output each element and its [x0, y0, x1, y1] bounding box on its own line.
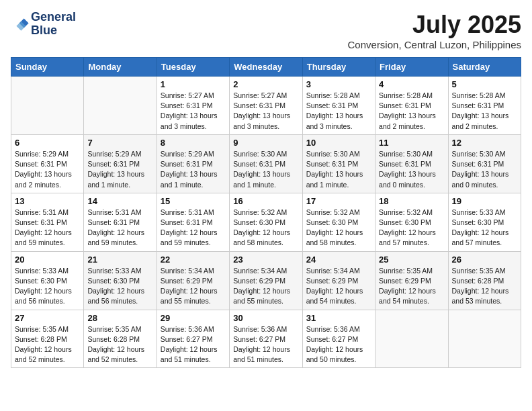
table-row: 1Sunrise: 5:27 AMSunset: 6:31 PMDaylight… — [157, 77, 229, 135]
table-row: 16Sunrise: 5:32 AMSunset: 6:30 PMDayligh… — [230, 193, 302, 251]
day-info: Sunrise: 5:36 AMSunset: 6:27 PMDaylight:… — [161, 324, 226, 365]
day-number: 3 — [306, 79, 371, 89]
day-info: Sunrise: 5:31 AMSunset: 6:31 PMDaylight:… — [15, 208, 80, 248]
day-info: Sunrise: 5:33 AMSunset: 6:30 PMDaylight:… — [15, 266, 80, 307]
month-year: July 2025 — [348, 11, 521, 39]
table-row: 30Sunrise: 5:36 AMSunset: 6:27 PMDayligh… — [230, 310, 302, 368]
day-info: Sunrise: 5:30 AMSunset: 6:31 PMDaylight:… — [233, 149, 298, 190]
day-info: Sunrise: 5:30 AMSunset: 6:31 PMDaylight:… — [452, 149, 517, 190]
calendar-week-1: 1Sunrise: 5:27 AMSunset: 6:31 PMDaylight… — [11, 77, 521, 135]
day-info: Sunrise: 5:35 AMSunset: 6:29 PMDaylight:… — [379, 266, 444, 307]
day-number: 27 — [15, 313, 80, 323]
table-row: 12Sunrise: 5:30 AMSunset: 6:31 PMDayligh… — [448, 134, 521, 193]
day-number: 31 — [306, 313, 371, 323]
day-info: Sunrise: 5:33 AMSunset: 6:30 PMDaylight:… — [452, 208, 517, 248]
day-number: 23 — [233, 255, 298, 265]
day-number: 20 — [15, 255, 80, 265]
day-number: 11 — [379, 138, 444, 148]
table-row: 11Sunrise: 5:30 AMSunset: 6:31 PMDayligh… — [375, 134, 448, 193]
table-row — [375, 310, 448, 368]
day-number: 5 — [452, 79, 517, 89]
logo-icon — [11, 15, 30, 34]
col-monday: Monday — [84, 58, 157, 77]
day-info: Sunrise: 5:32 AMSunset: 6:30 PMDaylight:… — [306, 208, 371, 248]
day-number: 6 — [15, 138, 80, 148]
day-info: Sunrise: 5:29 AMSunset: 6:31 PMDaylight:… — [161, 149, 226, 190]
col-saturday: Saturday — [448, 58, 521, 77]
day-info: Sunrise: 5:34 AMSunset: 6:29 PMDaylight:… — [233, 266, 298, 307]
table-row: 22Sunrise: 5:34 AMSunset: 6:29 PMDayligh… — [157, 251, 229, 310]
logo-text: General Blue — [31, 11, 76, 38]
day-number: 12 — [452, 138, 517, 148]
day-info: Sunrise: 5:34 AMSunset: 6:29 PMDaylight:… — [161, 266, 226, 307]
table-row: 10Sunrise: 5:30 AMSunset: 6:31 PMDayligh… — [302, 134, 375, 193]
day-number: 25 — [379, 255, 444, 265]
page-header: General Blue July 2025 Conversion, Centr… — [11, 11, 521, 50]
table-row: 3Sunrise: 5:28 AMSunset: 6:31 PMDaylight… — [302, 77, 375, 135]
day-number: 19 — [452, 196, 517, 206]
day-number: 17 — [306, 196, 371, 206]
table-row — [448, 310, 521, 368]
calendar-header-row: Sunday Monday Tuesday Wednesday Thursday… — [11, 58, 521, 77]
day-number: 24 — [306, 255, 371, 265]
day-number: 22 — [161, 255, 226, 265]
calendar-week-3: 13Sunrise: 5:31 AMSunset: 6:31 PMDayligh… — [11, 193, 521, 251]
day-info: Sunrise: 5:35 AMSunset: 6:28 PMDaylight:… — [15, 324, 80, 365]
logo-line1: General — [31, 11, 76, 24]
day-number: 7 — [87, 138, 152, 148]
day-number: 28 — [87, 313, 152, 323]
day-info: Sunrise: 5:32 AMSunset: 6:30 PMDaylight:… — [379, 208, 444, 248]
table-row: 24Sunrise: 5:34 AMSunset: 6:29 PMDayligh… — [302, 251, 375, 310]
day-number: 21 — [87, 255, 152, 265]
table-row: 2Sunrise: 5:27 AMSunset: 6:31 PMDaylight… — [230, 77, 302, 135]
day-info: Sunrise: 5:30 AMSunset: 6:31 PMDaylight:… — [379, 149, 444, 190]
day-number: 10 — [306, 138, 371, 148]
day-info: Sunrise: 5:36 AMSunset: 6:27 PMDaylight:… — [306, 324, 371, 365]
day-info: Sunrise: 5:28 AMSunset: 6:31 PMDaylight:… — [379, 91, 444, 132]
day-info: Sunrise: 5:29 AMSunset: 6:31 PMDaylight:… — [87, 149, 152, 190]
day-number: 30 — [233, 313, 298, 323]
day-number: 8 — [161, 138, 226, 148]
day-number: 13 — [15, 196, 80, 206]
logo: General Blue — [11, 11, 76, 38]
day-number: 14 — [87, 196, 152, 206]
table-row: 5Sunrise: 5:28 AMSunset: 6:31 PMDaylight… — [448, 77, 521, 135]
table-row: 6Sunrise: 5:29 AMSunset: 6:31 PMDaylight… — [11, 134, 84, 193]
table-row: 13Sunrise: 5:31 AMSunset: 6:31 PMDayligh… — [11, 193, 84, 251]
calendar-table: Sunday Monday Tuesday Wednesday Thursday… — [11, 57, 521, 368]
table-row: 18Sunrise: 5:32 AMSunset: 6:30 PMDayligh… — [375, 193, 448, 251]
day-number: 1 — [161, 79, 226, 89]
day-number: 15 — [161, 196, 226, 206]
day-number: 26 — [452, 255, 517, 265]
col-friday: Friday — [375, 58, 448, 77]
logo-line2: Blue — [31, 24, 76, 38]
table-row: 14Sunrise: 5:31 AMSunset: 6:31 PMDayligh… — [84, 193, 157, 251]
day-number: 18 — [379, 196, 444, 206]
day-info: Sunrise: 5:31 AMSunset: 6:31 PMDaylight:… — [87, 208, 152, 248]
table-row: 20Sunrise: 5:33 AMSunset: 6:30 PMDayligh… — [11, 251, 84, 310]
table-row: 15Sunrise: 5:31 AMSunset: 6:31 PMDayligh… — [157, 193, 229, 251]
table-row: 21Sunrise: 5:33 AMSunset: 6:30 PMDayligh… — [84, 251, 157, 310]
table-row: 8Sunrise: 5:29 AMSunset: 6:31 PMDaylight… — [157, 134, 229, 193]
day-info: Sunrise: 5:33 AMSunset: 6:30 PMDaylight:… — [87, 266, 152, 307]
day-number: 29 — [161, 313, 226, 323]
col-wednesday: Wednesday — [230, 58, 302, 77]
day-info: Sunrise: 5:36 AMSunset: 6:27 PMDaylight:… — [233, 324, 298, 365]
calendar-week-5: 27Sunrise: 5:35 AMSunset: 6:28 PMDayligh… — [11, 310, 521, 368]
day-info: Sunrise: 5:35 AMSunset: 6:28 PMDaylight:… — [452, 266, 517, 307]
table-row: 19Sunrise: 5:33 AMSunset: 6:30 PMDayligh… — [448, 193, 521, 251]
table-row: 4Sunrise: 5:28 AMSunset: 6:31 PMDaylight… — [375, 77, 448, 135]
table-row — [84, 77, 157, 135]
day-info: Sunrise: 5:27 AMSunset: 6:31 PMDaylight:… — [233, 91, 298, 132]
col-tuesday: Tuesday — [157, 58, 229, 77]
day-info: Sunrise: 5:31 AMSunset: 6:31 PMDaylight:… — [161, 208, 226, 248]
table-row: 27Sunrise: 5:35 AMSunset: 6:28 PMDayligh… — [11, 310, 84, 368]
day-info: Sunrise: 5:28 AMSunset: 6:31 PMDaylight:… — [306, 91, 371, 132]
day-number: 16 — [233, 196, 298, 206]
table-row: 9Sunrise: 5:30 AMSunset: 6:31 PMDaylight… — [230, 134, 302, 193]
table-row: 17Sunrise: 5:32 AMSunset: 6:30 PMDayligh… — [302, 193, 375, 251]
table-row: 7Sunrise: 5:29 AMSunset: 6:31 PMDaylight… — [84, 134, 157, 193]
calendar-week-4: 20Sunrise: 5:33 AMSunset: 6:30 PMDayligh… — [11, 251, 521, 310]
day-info: Sunrise: 5:30 AMSunset: 6:31 PMDaylight:… — [306, 149, 371, 190]
table-row — [11, 77, 84, 135]
